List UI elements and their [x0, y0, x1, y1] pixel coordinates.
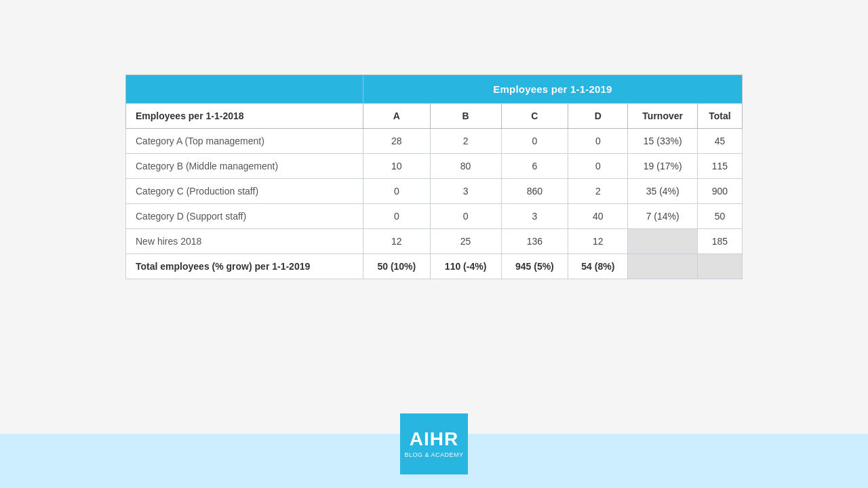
row-label-cell: Category C (Production staff)	[126, 179, 363, 204]
cell-d: 0	[568, 154, 628, 179]
cell-total: 900	[697, 179, 742, 204]
cell-d: 2	[568, 179, 628, 204]
logo-box: AIHR BLOG & ACADEMY	[400, 413, 468, 474]
col-header-a: A	[363, 104, 431, 129]
row-label-cell: Category B (Middle management)	[126, 154, 363, 179]
footer-row: Total employees (% grow) per 1-1-201950 …	[126, 254, 743, 279]
cell-total: 45	[697, 129, 742, 154]
cell-total: 50	[697, 204, 742, 229]
cell-a: 28	[363, 129, 431, 154]
cell-turnover: 35 (4%)	[628, 179, 697, 204]
cell-turnover	[628, 229, 697, 254]
table-row: Category A (Top management)2820015 (33%)…	[126, 129, 743, 154]
cell-b: 25	[430, 229, 501, 254]
table-row: Category B (Middle management)10806019 (…	[126, 154, 743, 179]
top-header-row: Employees per 1-1-2019	[126, 75, 743, 104]
cell-d: 40	[568, 204, 628, 229]
top-header-left	[126, 75, 363, 104]
cell-a: 12	[363, 229, 431, 254]
logo-aihr-text: AIHR	[410, 430, 458, 449]
col-header-c: C	[501, 104, 568, 129]
footer-cell-c: 945 (5%)	[501, 254, 568, 279]
footer-label-cell: Total employees (% grow) per 1-1-2019	[126, 254, 363, 279]
col-header-total: Total	[697, 104, 742, 129]
cell-a: 0	[363, 179, 431, 204]
col-header-rowlabel: Employees per 1-1-2018	[126, 104, 363, 129]
header-right-label: Employees per 1-1-2019	[493, 83, 612, 95]
table-row: Category C (Production staff)03860235 (4…	[126, 179, 743, 204]
footer-cell-a: 50 (10%)	[363, 254, 431, 279]
cell-turnover: 15 (33%)	[628, 129, 697, 154]
bottom-bar: AIHR BLOG & ACADEMY	[0, 434, 868, 488]
row-label-cell: New hires 2018	[126, 229, 363, 254]
cell-d: 12	[568, 229, 628, 254]
cell-d: 0	[568, 129, 628, 154]
col-header-turnover: Turnover	[628, 104, 697, 129]
employee-table: Employees per 1-1-2019 Employees per 1-1…	[125, 75, 743, 279]
cell-c: 0	[501, 129, 568, 154]
table-body: Category A (Top management)2820015 (33%)…	[126, 129, 743, 279]
cell-b: 80	[430, 154, 501, 179]
cell-c: 860	[501, 179, 568, 204]
footer-cell-d: 54 (8%)	[568, 254, 628, 279]
top-header-right: Employees per 1-1-2019	[363, 75, 743, 104]
cell-c: 136	[501, 229, 568, 254]
page-wrapper: Employees per 1-1-2019 Employees per 1-1…	[0, 0, 868, 488]
footer-cell-b: 110 (-4%)	[430, 254, 501, 279]
col-header-b: B	[430, 104, 501, 129]
col-header-d: D	[568, 104, 628, 129]
cell-b: 0	[430, 204, 501, 229]
cell-turnover: 7 (14%)	[628, 204, 697, 229]
footer-cell-total	[697, 254, 742, 279]
cell-c: 3	[501, 204, 568, 229]
subheader-row-label: Employees per 1-1-2018	[136, 110, 244, 121]
cell-b: 2	[430, 129, 501, 154]
row-label-cell: Category A (Top management)	[126, 129, 363, 154]
table-row: Category D (Support staff)003407 (14%)50	[126, 204, 743, 229]
cell-a: 10	[363, 154, 431, 179]
table-container: Employees per 1-1-2019 Employees per 1-1…	[125, 75, 743, 279]
row-label-cell: Category D (Support staff)	[126, 204, 363, 229]
cell-a: 0	[363, 204, 431, 229]
table-row: New hires 2018122513612185	[126, 229, 743, 254]
cell-total: 185	[697, 229, 742, 254]
logo-sub-text: BLOG & ACADEMY	[404, 451, 463, 458]
cell-turnover: 19 (17%)	[628, 154, 697, 179]
subheader-row: Employees per 1-1-2018 A B C D	[126, 104, 743, 129]
footer-cell-turnover	[628, 254, 697, 279]
cell-c: 6	[501, 154, 568, 179]
cell-total: 115	[697, 154, 742, 179]
cell-b: 3	[430, 179, 501, 204]
